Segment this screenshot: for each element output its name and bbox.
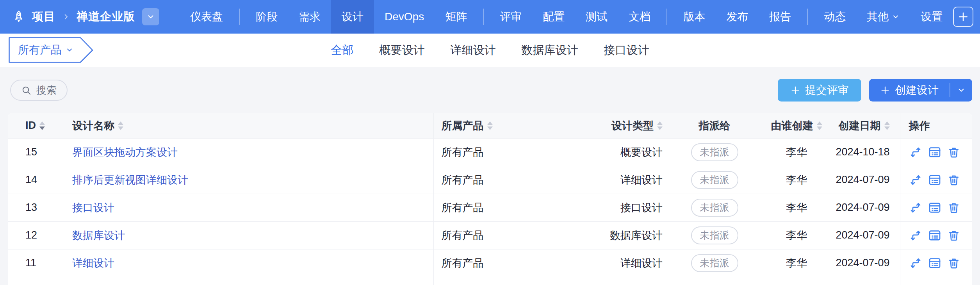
nav-item-devops[interactable]: DevOps xyxy=(374,0,435,34)
tab-dbd[interactable]: 数据库设计 xyxy=(522,43,578,58)
project-switcher-button[interactable] xyxy=(142,8,159,25)
cell-2: 所有产品 xyxy=(433,249,543,277)
nav-item-setting[interactable]: 设置 xyxy=(910,0,953,34)
nav-group-divider xyxy=(239,9,240,25)
column-header-3[interactable]: 设计类型 xyxy=(543,113,670,138)
submit-review-button[interactable] xyxy=(909,201,922,214)
nav-item-release[interactable]: 发布 xyxy=(716,0,759,34)
detail-button[interactable] xyxy=(928,256,941,270)
design-name-link[interactable]: 详细设计 xyxy=(72,256,114,270)
submit-review-button[interactable]: 提交评审 xyxy=(778,79,861,102)
product-cell: 所有产品 xyxy=(442,201,484,215)
sort-asc-icon xyxy=(39,121,45,125)
detail-icon xyxy=(928,229,941,242)
nav-item-version[interactable]: 版本 xyxy=(673,0,716,34)
creator-cell: 李华 xyxy=(786,228,807,242)
cell-1: 排序后更新视图详细设计 xyxy=(47,166,433,194)
design-name-link[interactable]: 界面区块拖动方案设计 xyxy=(72,145,178,159)
column-header-1[interactable]: 设计名称 xyxy=(47,113,433,138)
nav-group-divider xyxy=(666,9,667,25)
delete-icon xyxy=(947,173,960,187)
cell-3 xyxy=(543,277,670,285)
submit-review-button[interactable] xyxy=(909,173,922,187)
chevron-down-icon xyxy=(957,86,966,94)
nav-item-doc[interactable]: 文档 xyxy=(618,0,661,34)
sort-asc-icon xyxy=(817,121,822,125)
cell-1: 界面区块拖动方案设计 xyxy=(47,138,433,166)
nav-item-dynamic[interactable]: 动态 xyxy=(813,0,856,34)
nav-item-review[interactable]: 评审 xyxy=(489,0,532,34)
column-header-2[interactable]: 所属产品 xyxy=(433,113,543,138)
product-switcher[interactable]: 所有产品 xyxy=(9,37,94,63)
column-header-0[interactable]: ID xyxy=(8,113,47,138)
section-title[interactable]: 项目 xyxy=(32,9,55,25)
assigned-badge: 未指派 xyxy=(691,171,738,189)
cell-content: 概要设计 xyxy=(543,145,663,159)
cell-4 xyxy=(670,277,759,285)
delete-button[interactable] xyxy=(947,229,960,242)
cell-content: 详细设计 xyxy=(543,173,663,187)
cell-2: 所有产品 xyxy=(433,138,543,166)
plus-icon xyxy=(957,11,969,23)
detail-button[interactable] xyxy=(928,173,941,187)
delete-button[interactable] xyxy=(947,201,960,214)
design-type-tabs: 全部概要设计详细设计数据库设计接口设计 xyxy=(331,43,649,58)
create-design-caret-button[interactable] xyxy=(950,79,972,102)
detail-button[interactable] xyxy=(928,201,941,214)
sort-desc-icon xyxy=(39,126,45,130)
global-create-button[interactable] xyxy=(953,7,973,27)
cell-7 xyxy=(900,138,972,166)
delete-button[interactable] xyxy=(947,146,960,159)
sort-arrows-icon[interactable] xyxy=(118,121,123,130)
design-name-link[interactable]: 接口设计 xyxy=(72,201,114,215)
tab-all[interactable]: 全部 xyxy=(331,43,354,58)
delete-button[interactable] xyxy=(947,256,960,270)
tab-dd[interactable]: 详细设计 xyxy=(451,43,496,58)
sort-arrows-icon[interactable] xyxy=(487,121,493,130)
sort-arrows-icon[interactable] xyxy=(817,121,822,130)
detail-button[interactable] xyxy=(928,146,941,159)
sort-arrows-icon[interactable] xyxy=(884,121,890,130)
sort-asc-icon xyxy=(884,121,890,125)
nav-item-dashboard[interactable]: 仪表盘 xyxy=(180,0,233,34)
project-name[interactable]: 禅道企业版 xyxy=(77,9,135,25)
tab-hld[interactable]: 概要设计 xyxy=(380,43,425,58)
design-name-link[interactable]: 排序后更新视图详细设计 xyxy=(72,173,188,187)
submit-review-button[interactable] xyxy=(909,146,922,159)
cell-3: 接口设计 xyxy=(543,194,670,221)
nav-item-report[interactable]: 报告 xyxy=(759,0,802,34)
toolbar: 搜索 提交评审 创建设计 xyxy=(0,67,980,113)
cell-1: 详细设计 xyxy=(47,249,433,277)
column-header-6[interactable]: 创建日期 xyxy=(834,113,900,138)
cell-content: 15 xyxy=(25,146,47,158)
nav-item-matrix[interactable]: 矩阵 xyxy=(435,0,478,34)
nav-item-other[interactable]: 其他 xyxy=(856,0,910,34)
nav-item-test[interactable]: 测试 xyxy=(575,0,618,34)
delete-button[interactable] xyxy=(947,173,960,187)
chevron-down-icon xyxy=(146,12,155,21)
sort-desc-icon xyxy=(487,126,493,130)
nav-menu: 仪表盘阶段需求设计DevOps矩阵评审配置测试文档版本发布报告动态其他设置 xyxy=(180,0,953,34)
table-row-partial xyxy=(8,277,972,285)
design-table-card: ID设计名称所属产品设计类型指派给由谁创建创建日期操作 15界面区块拖动方案设计… xyxy=(8,113,972,285)
search-input[interactable]: 搜索 xyxy=(10,80,68,101)
cell-content: 李华 xyxy=(759,145,834,159)
sort-arrows-icon[interactable] xyxy=(657,121,663,130)
submit-review-button[interactable] xyxy=(909,256,922,270)
nav-item-stage[interactable]: 阶段 xyxy=(245,0,288,34)
row-actions xyxy=(909,229,960,242)
submit-review-button[interactable] xyxy=(909,229,922,242)
nav-item-story[interactable]: 需求 xyxy=(288,0,331,34)
tab-api[interactable]: 接口设计 xyxy=(604,43,649,58)
create-design-button[interactable]: 创建设计 xyxy=(869,79,950,102)
sort-arrows-icon[interactable] xyxy=(39,121,45,130)
design-id: 11 xyxy=(25,257,36,269)
detail-button[interactable] xyxy=(928,229,941,242)
design-name-link[interactable]: 数据库设计 xyxy=(72,228,125,242)
cell-4: 未指派 xyxy=(670,166,759,194)
column-header-5[interactable]: 由谁创建 xyxy=(759,113,834,138)
nav-item-config[interactable]: 配置 xyxy=(532,0,575,34)
nav-item-design[interactable]: 设计 xyxy=(331,0,374,34)
cell-5: 李华 xyxy=(759,249,834,277)
nav-item-label: 测试 xyxy=(586,9,608,24)
